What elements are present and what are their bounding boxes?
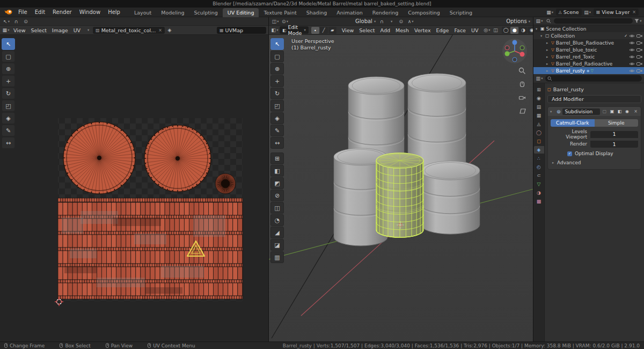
camera-icon[interactable] (636, 55, 642, 59)
eye-icon[interactable] (629, 69, 635, 73)
knife-tool-button[interactable]: ◫ (270, 202, 284, 214)
proportional-edit-icon[interactable]: ⊙ (22, 18, 30, 25)
modifier-name-field[interactable]: Subdivision (562, 108, 600, 115)
camera-icon[interactable] (636, 48, 642, 52)
select-box-tool-button[interactable]: ▢ (270, 50, 284, 62)
image-selector[interactable]: ▨ Metal_red_toxic_col... × (93, 27, 165, 34)
tweak-tool-button[interactable]: ↖ (2, 38, 15, 50)
menu-render[interactable]: Render (49, 9, 76, 15)
vp-menu-vertex[interactable]: Vertex (412, 27, 434, 33)
close-icon[interactable]: × (632, 10, 636, 14)
cursor-tool-button[interactable]: ⊕ (270, 63, 284, 75)
add-modifier-button[interactable]: Add Modifier (547, 95, 641, 103)
vp-menu-mesh[interactable]: Mesh (393, 27, 412, 33)
display-editmode-icon[interactable]: ▣ (609, 109, 615, 114)
properties-tab-object-data[interactable]: ▽ (534, 180, 544, 188)
properties-tab-constraints[interactable]: ⊂ (534, 172, 544, 179)
vp-menu-uv[interactable]: UV (469, 27, 481, 33)
workspace-tab-animation[interactable]: Animation (332, 8, 367, 17)
vp-menu-face[interactable]: Face (451, 27, 468, 33)
tweak-tool-button[interactable]: ↖ (270, 38, 284, 50)
workspace-tab-scripting[interactable]: Scripting (445, 8, 477, 17)
tool-options-icon[interactable]: ◫▾ (272, 18, 279, 25)
vp-menu-add[interactable]: Add (378, 27, 393, 33)
extrude-region-tool-button[interactable]: ⊞ (270, 152, 284, 164)
levels-viewport-field[interactable]: 1 (590, 131, 638, 138)
simple-button[interactable]: Simple (595, 119, 639, 127)
solid-shading-button[interactable]: ● (510, 27, 518, 34)
camera-icon[interactable] (636, 34, 642, 38)
disclosure-triangle-icon[interactable]: ▾ (540, 34, 545, 38)
scale-tool-button[interactable]: ◰ (270, 100, 284, 112)
display-render-icon[interactable]: ◉ (624, 109, 630, 114)
camera-icon[interactable] (636, 41, 642, 45)
properties-tab-object[interactable]: ◻ (534, 137, 544, 145)
edge-slide-tool-button[interactable]: ▥ (270, 251, 284, 263)
proportional-falloff-icon[interactable]: ∧▾ (407, 18, 414, 25)
move-tool-button[interactable]: + (270, 75, 284, 87)
expand-icon[interactable]: ▾ (550, 110, 555, 114)
scale-tool-button[interactable]: ◰ (2, 100, 15, 112)
outliner-scene-collection[interactable]: ▾ ▣ Scene Collection (533, 25, 644, 32)
active-tool-icon[interactable]: ↖▾ (3, 18, 10, 25)
navigation-gizmo[interactable] (501, 37, 529, 65)
uv-canvas-area[interactable]: ↖▢⊕+↻◰◈✎↔ (0, 35, 268, 341)
eye-icon[interactable] (629, 34, 635, 38)
camera-icon[interactable] (636, 62, 642, 66)
workspace-tab-layout[interactable]: Layout (129, 8, 156, 17)
camera-icon[interactable] (636, 69, 642, 73)
annotate-tool-button[interactable]: ✎ (2, 125, 15, 136)
properties-tab-tool[interactable]: ⊞ (534, 86, 544, 93)
properties-tab-texture[interactable]: ▩ (534, 198, 544, 205)
camera-view-icon[interactable] (518, 94, 526, 103)
scene-selector[interactable]: ◬ Scene (556, 9, 582, 16)
workspace-tab-compositing[interactable]: Compositing (403, 8, 445, 17)
face-select-button[interactable]: ▰ (328, 27, 336, 34)
view-layer-browse-icon[interactable]: ▤▾ (584, 9, 591, 16)
xray-toggle-icon[interactable]: ◫ (492, 27, 499, 34)
menu-edit[interactable]: Edit (31, 9, 49, 15)
eye-icon[interactable] (629, 48, 635, 52)
outliner-collection[interactable]: ▾ ▢ Collection ✓ (533, 32, 644, 39)
transform-tool-button[interactable]: ◈ (270, 112, 284, 124)
vertex-select-button[interactable]: ∙ (311, 27, 319, 34)
menu-file[interactable]: File (14, 9, 31, 15)
display-on-cage-icon[interactable]: ▢ (602, 109, 608, 114)
snap-settings-icon[interactable]: ▾ (387, 18, 395, 25)
mode-selector[interactable]: ◧ Edit Mode ▾ (280, 26, 309, 34)
uv-menu-image[interactable]: Image (49, 27, 71, 33)
view-layer-selector[interactable]: ▦ View Layer × (594, 9, 639, 16)
transform-tool-button[interactable]: ◈ (2, 112, 15, 124)
wireframe-shading-button[interactable]: ◯ (502, 27, 510, 34)
scene-browse-icon[interactable]: ▦▾ (546, 9, 554, 16)
properties-tab-modifiers[interactable]: ◈ (534, 146, 544, 154)
blender-logo-icon[interactable] (4, 9, 12, 15)
editor-type-icon[interactable]: ▤▾ (536, 18, 543, 25)
menu-help[interactable]: Help (104, 9, 124, 15)
render-levels-field[interactable]: 1 (590, 141, 638, 148)
image-browse-icon[interactable]: ▾ (84, 27, 92, 34)
material-preview-button[interactable]: ◑ (519, 27, 527, 34)
pan-hand-icon[interactable] (518, 81, 526, 89)
smooth-tool-button[interactable]: ◪ (270, 239, 284, 251)
workspace-tab-modeling[interactable]: Modeling (156, 8, 189, 17)
properties-tab-material[interactable]: ◑ (534, 189, 544, 197)
perspective-toggle-icon[interactable] (518, 107, 526, 116)
disclosure-triangle-icon[interactable]: ▸ (546, 41, 551, 45)
properties-tab-particles[interactable]: ∴ (534, 155, 544, 162)
edge-select-button[interactable]: ╱ (320, 27, 328, 34)
vp-menu-edge[interactable]: Edge (434, 27, 452, 33)
uv-map-selector[interactable]: ▦ UVMap (217, 27, 266, 34)
zoom-icon[interactable] (518, 67, 526, 76)
outliner-item-barrel-rusty[interactable]: ▸▽Barrel_rusty◈▽ (533, 67, 644, 74)
rotate-tool-button[interactable]: ↻ (270, 88, 284, 99)
properties-search-field[interactable] (545, 75, 642, 82)
options-dropdown[interactable]: Options▾ (506, 18, 530, 24)
editor-type-icon[interactable]: ▦▾ (2, 27, 10, 34)
uv-menu-uv[interactable]: UV (71, 27, 83, 33)
loop-cut-tool-button[interactable]: ⊘ (270, 190, 284, 201)
bevel-tool-button[interactable]: ◩ (270, 177, 284, 189)
disclosure-triangle-icon[interactable]: ▸ (546, 62, 551, 66)
filter-icon[interactable]: ▾ (634, 18, 642, 25)
vp-canvas-area[interactable]: ↖▢⊕+↻◰◈✎↔⊞◧◩⊘◫◔◢◪▥ User Perspective (1) … (269, 35, 533, 341)
